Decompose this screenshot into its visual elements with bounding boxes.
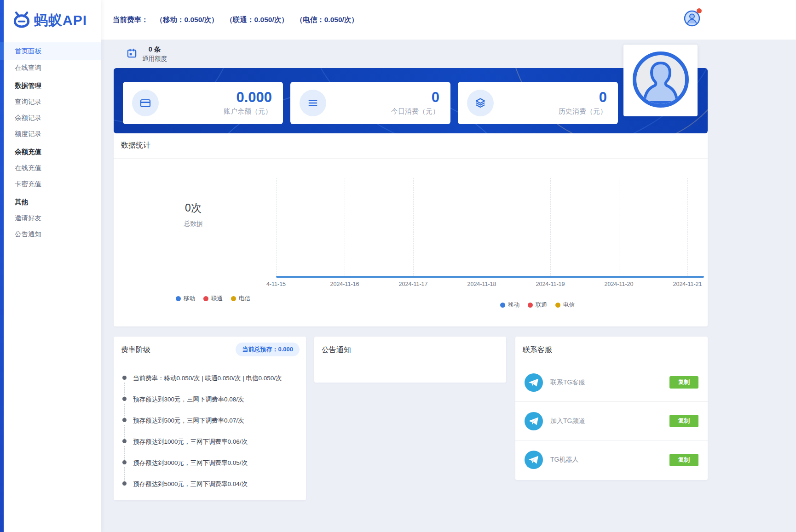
legend-unicom[interactable]: 联通 [528,301,547,309]
sidebar-item-balance-records[interactable]: 余额记录 [4,110,101,126]
history-consumption-card: 0 历史消费（元） [458,82,618,124]
legend-mobile[interactable]: 移动 [176,295,195,303]
copy-button[interactable]: 复制 [669,376,698,389]
main-content: 0 条 通用额度 0.000 账户余额（元） [101,40,796,532]
timeline-dot [122,481,127,486]
ant-logo-icon [12,10,31,30]
general-quota: 0 条 通用额度 [127,45,167,63]
copy-button[interactable]: 复制 [669,415,698,427]
sidebar-item-online-query[interactable]: 在线查询 [4,60,101,76]
legend-dot-yellow [231,296,236,301]
account-balance-card: 0.000 账户余额（元） [123,82,283,124]
panel-header: 费率阶级 当前总预存：0.000 [114,337,306,363]
total-count: 0次 [173,201,214,215]
tier-item: 预存额达到1000元，三网下调费率0.06/次 [114,437,306,458]
total-prepaid-badge: 当前总预存：0.000 [236,343,300,356]
current-rates: 当前费率： （移动：0.050/次） （联通：0.050/次） （电信：0.05… [113,0,358,40]
sidebar-item-query-records[interactable]: 查询记录 [4,94,101,110]
panel-header: 数据统计 [114,132,708,159]
chart-total: 0次 总数据 [173,201,214,228]
rates-label: 当前费率： [113,15,149,25]
panel-title: 联系客服 [523,345,552,355]
copy-button[interactable]: 复制 [669,454,698,466]
x-axis-label: 2024-11-16 [317,281,372,287]
sidebar-item-online-recharge[interactable]: 在线充值 [4,160,101,176]
sidebar-accent-strip [0,0,4,532]
layers-icon [467,90,494,116]
history-consumption-label: 历史消费（元） [559,107,607,116]
sidebar-item-invite-friends[interactable]: 邀请好友 [4,210,101,226]
chart-gridline [482,178,482,277]
contact-support-panel: 联系客服 联系TG客服 复制 加入TG频道 复制 [515,337,708,480]
contact-label: TG机器人 [550,456,578,464]
sidebar-item-announcements[interactable]: 公告通知 [4,226,101,242]
account-balance-value: 0.000 [224,90,272,105]
contact-row-tg-bot: TG机器人 复制 [515,440,708,479]
chart-legend-left: 移动 联通 电信 [176,295,250,303]
legend-dot-blue [176,296,181,301]
contact-label: 联系TG客服 [550,378,585,387]
sidebar-item-quota-records[interactable]: 额度记录 [4,126,101,142]
sidebar-item-card-recharge[interactable]: 卡密充值 [4,176,101,192]
tier-item: 预存额达到5000元，三网下调费率0.04/次 [114,479,306,500]
panel-header: 联系客服 [515,337,708,363]
sidebar-item-home[interactable]: 首页面板 [4,42,101,60]
history-consumption-value: 0 [559,90,607,105]
x-axis-label: 2024-11-18 [454,281,509,287]
tier-list: 当前费率：移动0.050/次 | 联通0.050/次 | 电信0.050/次 预… [114,373,306,500]
panel-header: 公告通知 [314,337,506,363]
telegram-icon [525,373,543,392]
list-icon [300,90,326,116]
x-axis-label: 2024-11-21 [660,281,715,287]
rate-telecom: （电信：0.050/次） [296,15,358,25]
legend-mobile[interactable]: 移动 [500,301,519,309]
announcements-panel: 公告通知 [314,337,506,383]
timeline-dot [122,397,127,401]
panel-title: 费率阶级 [121,345,150,355]
panel-title: 公告通知 [322,345,351,355]
sidebar-section-data: 数据管理 [4,78,101,94]
chart-gridline [619,178,619,277]
tier-item: 当前费率：移动0.050/次 | 联通0.050/次 | 电信0.050/次 [114,373,306,395]
timeline-dot [122,418,127,422]
legend-dot-red [528,303,533,308]
account-balance-label: 账户余额（元） [224,107,272,116]
sidebar-menu: 首页面板 在线查询 数据管理 查询记录 余额记录 额度记录 余额充值 在线充值 … [4,42,101,242]
quota-count: 0 条 [149,45,161,54]
chart-gridline [413,178,414,277]
legend-dot-red [203,296,208,301]
chart-gridline [345,178,345,277]
chart-gridline [550,178,551,277]
notification-dot [697,8,702,13]
x-axis-label: 2024-11-19 [523,281,578,287]
chart-gridline [687,178,688,277]
legend-dot-yellow [555,303,560,308]
active-indicator [0,42,4,60]
legend-telecom[interactable]: 电信 [555,301,575,309]
tier-item: 预存额达到3000元，三网下调费率0.05/次 [114,458,306,479]
total-label: 总数据 [173,220,214,228]
contact-row-tg-support: 联系TG客服 复制 [515,363,708,402]
credit-card-icon [132,90,159,116]
badge-label: 当前总预存： [242,346,278,353]
x-axis-label: 2024-11-17 [386,281,441,287]
contact-row-tg-channel: 加入TG频道 复制 [515,402,708,440]
avatar [632,51,689,110]
legend-unicom[interactable]: 联通 [203,295,223,303]
contact-label: 加入TG频道 [550,417,585,425]
timeline-dot [122,460,127,464]
user-menu-button[interactable] [684,10,700,27]
chart-legend-center: 移动 联通 电信 [500,301,575,309]
topbar: 当前费率： （移动：0.050/次） （联通：0.050/次） （电信：0.05… [101,0,796,40]
quota-label: 通用额度 [142,55,167,63]
x-axis-label: 2024-11-20 [591,281,646,287]
tier-item: 预存额达到500元，三网下调费率0.07/次 [114,416,306,437]
app-logo[interactable]: 蚂蚁API [12,10,87,30]
legend-telecom[interactable]: 电信 [231,295,250,303]
timeline-dot [122,439,127,443]
today-consumption-label: 今日消费（元） [391,107,439,116]
telegram-icon [525,451,543,469]
app-title: 蚂蚁API [34,11,87,30]
timeline-dot [122,376,127,380]
rate-mobile: （移动：0.050/次） [156,15,219,25]
